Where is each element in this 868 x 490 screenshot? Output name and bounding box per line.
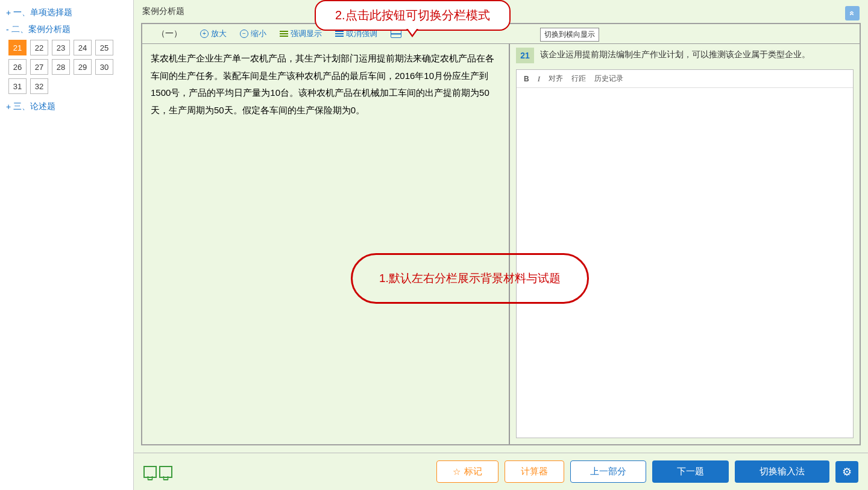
- align-button[interactable]: 对齐: [549, 74, 563, 84]
- layout-indicator[interactable]: [143, 466, 172, 478]
- highlight-label: 强调显示: [291, 28, 322, 39]
- minus-icon: −: [240, 30, 248, 38]
- calculator-button[interactable]: 计算器: [505, 460, 564, 483]
- annotation-callout-2: 2.点击此按钮可切换分栏模式: [315, 0, 511, 31]
- next-question-button[interactable]: 下一题: [652, 460, 729, 483]
- italic-button[interactable]: I: [538, 74, 540, 84]
- zoom-in-button[interactable]: + 放大: [194, 27, 233, 41]
- question-btn-23[interactable]: 23: [52, 40, 70, 55]
- question-btn-31[interactable]: 31: [8, 78, 27, 94]
- passage-panel: 某农机生产企业生产单一农机产品，其生产计划部门运用提前期法来确定农机产品在各车间…: [142, 44, 510, 444]
- nav-section-2[interactable]: - 二、案例分析题: [6, 24, 127, 35]
- question-number-badge: 21: [516, 48, 534, 63]
- mark-button[interactable]: ☆ 标记: [436, 460, 498, 483]
- monitor-icon: [143, 466, 157, 478]
- indent-button[interactable]: 行距: [571, 74, 586, 84]
- question-text: 该企业运用提前期法编制生产作业计划，可以推测该企业属于类型企业。: [540, 48, 810, 61]
- editor-toolbar: B I 对齐 行距 历史记录: [517, 70, 853, 88]
- history-button[interactable]: 历史记录: [594, 74, 623, 84]
- question-nav-sidebar: + 一、单项选择题 - 二、案例分析题 21 22 23 24 25 26 27…: [0, 0, 134, 490]
- ime-switch-button[interactable]: 切换输入法: [735, 460, 829, 483]
- zoom-in-label: 放大: [211, 28, 227, 39]
- question-btn-25[interactable]: 25: [95, 40, 113, 55]
- monitor-icon: [159, 466, 172, 478]
- question-btn-22[interactable]: 22: [30, 40, 48, 55]
- gear-icon: ⚙: [842, 465, 852, 479]
- annotation-callout-1: 1.默认左右分栏展示背景材料与试题: [351, 253, 510, 304]
- plus-icon: +: [200, 30, 209, 38]
- question-btn-30[interactable]: 30: [95, 59, 113, 75]
- expand-icon: +: [6, 102, 11, 112]
- next-label: 下一题: [677, 466, 704, 477]
- question-btn-29[interactable]: 29: [74, 59, 92, 75]
- question-grid: 21 22 23 24 25 26 27 28 29 30 31 32: [6, 40, 127, 94]
- prev-section-button[interactable]: 上一部分: [570, 460, 646, 483]
- question-btn-24[interactable]: 24: [74, 40, 92, 55]
- prev-label: 上一部分: [590, 466, 626, 477]
- question-panel: 21 该企业运用提前期法编制生产作业计划，可以推测该企业属于类型企业。 B I …: [510, 44, 860, 444]
- collapse-icon: -: [6, 25, 9, 34]
- nav-section-label: 二、案例分析题: [11, 24, 71, 35]
- group-label: （一）: [146, 27, 193, 40]
- nav-section-3[interactable]: + 三、论述题: [6, 101, 127, 112]
- question-btn-21[interactable]: 21: [8, 40, 27, 55]
- nav-section-1[interactable]: + 一、单项选择题: [6, 7, 127, 18]
- main-area: 案例分析题 2.点击此按钮可切换分栏模式 （一） + 放大 − 缩小 强调显示: [134, 0, 868, 490]
- content-panel: （一） + 放大 − 缩小 强调显示 取消强调: [141, 23, 861, 445]
- mark-label: 标记: [464, 466, 482, 477]
- footer-bar: ☆ 标记 计算器 上一部分 下一题 切换输入法 ⚙: [134, 453, 868, 490]
- settings-button[interactable]: ⚙: [835, 461, 858, 483]
- question-btn-28[interactable]: 28: [52, 59, 70, 75]
- unhighlight-icon: [335, 30, 344, 37]
- star-icon: ☆: [453, 466, 461, 477]
- zoom-out-button[interactable]: − 缩小: [234, 27, 272, 41]
- split-horizontal-icon: [391, 30, 401, 38]
- calc-label: 计算器: [521, 466, 548, 477]
- passage-text: 某农机生产企业生产单一农机产品，其生产计划部门运用提前期法来确定农机产品在各车间…: [151, 50, 500, 119]
- scroll-top-button[interactable]: [845, 6, 860, 20]
- nav-section-label: 一、单项选择题: [13, 7, 72, 18]
- section-title: 案例分析题: [142, 6, 184, 17]
- question-btn-32[interactable]: 32: [30, 78, 48, 94]
- expand-icon: +: [6, 8, 11, 17]
- ime-label: 切换输入法: [760, 466, 805, 477]
- bold-button[interactable]: B: [524, 75, 529, 83]
- question-btn-26[interactable]: 26: [8, 59, 27, 75]
- nav-section-label: 三、论述题: [13, 101, 55, 112]
- question-btn-27[interactable]: 27: [30, 59, 48, 75]
- zoom-out-label: 缩小: [251, 28, 266, 39]
- split-tooltip: 切换到横向显示: [540, 28, 599, 42]
- highlight-icon: [280, 30, 288, 37]
